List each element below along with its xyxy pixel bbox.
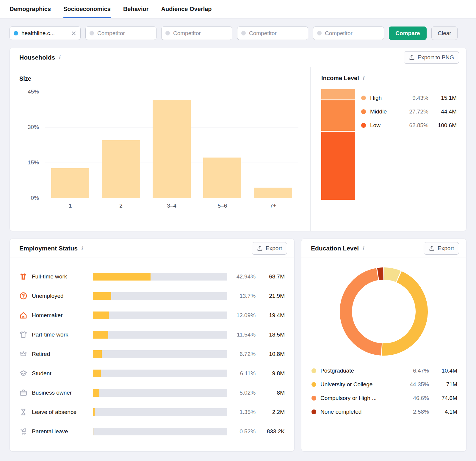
stroller-icon: [19, 427, 27, 435]
employment-percent: 5.02%: [227, 390, 256, 396]
employment-bar-fill: [93, 350, 102, 358]
competitor-chip-4[interactable]: [313, 27, 384, 40]
info-icon[interactable]: [81, 245, 83, 251]
income-level-section: Income Level High9.43%15.1MMiddle27.72%4…: [310, 67, 466, 231]
income-segment-middle[interactable]: [321, 99, 355, 130]
upload-icon: [257, 245, 263, 251]
legend-percent: 46.6%: [397, 395, 429, 401]
legend-row-middle: Middle27.72%44.4M: [361, 105, 457, 119]
employment-export-button[interactable]: Export: [252, 242, 287, 255]
competitor-dot: [241, 31, 246, 35]
legend-label: None completed: [320, 409, 397, 415]
employment-label: Leave of absence: [32, 409, 93, 415]
income-legend: High9.43%15.1MMiddle27.72%44.4MLow62.85%…: [361, 91, 457, 200]
upload-icon: [429, 245, 435, 251]
crown-icon: [19, 350, 27, 358]
employment-bar-fill: [93, 273, 151, 281]
education-export-button[interactable]: Export: [424, 242, 459, 255]
x-axis-label: 7+: [248, 203, 298, 209]
legend-value: 4.1M: [429, 409, 457, 415]
export-to-png-button[interactable]: Export to PNG: [404, 51, 459, 64]
legend-percent: 27.72%: [396, 108, 428, 115]
compare-button[interactable]: Compare: [389, 27, 427, 40]
employment-label: Business owner: [32, 390, 93, 396]
donut-segment-university-or-college[interactable]: [339, 267, 428, 356]
size-bar-7+[interactable]: [254, 188, 292, 198]
employment-bar-track[interactable]: [93, 292, 227, 300]
employment-label: Parental leave: [32, 428, 93, 435]
home-icon: [19, 311, 27, 319]
competitor-input[interactable]: [97, 30, 152, 37]
employment-label: Full-time work: [32, 273, 93, 280]
legend-row-compulsory-or-high-: Compulsory or High ...46.6%74.6M: [311, 391, 457, 405]
info-icon[interactable]: [362, 245, 364, 251]
legend-dot: [311, 368, 316, 373]
close-icon[interactable]: [71, 31, 76, 36]
x-axis-label: 2: [95, 203, 146, 209]
question-circle-icon: [19, 292, 27, 300]
legend-dot: [311, 382, 316, 387]
employment-percent: 6.11%: [227, 370, 256, 377]
competitor-input[interactable]: [325, 30, 380, 37]
bar-slot: [45, 92, 95, 198]
info-icon[interactable]: [362, 75, 364, 81]
size-bar-3–4[interactable]: [153, 100, 191, 198]
competitor-chip-2[interactable]: [161, 27, 232, 40]
employment-row: Part-time work11.54%18.5M: [19, 325, 285, 344]
tshirt-icon: [19, 331, 27, 339]
employment-label: Part-time work: [32, 331, 93, 338]
legend-percent: 9.43%: [396, 95, 428, 101]
legend-dot: [361, 109, 366, 114]
legend-percent: 2.58%: [397, 409, 429, 415]
tab-audience-overlap[interactable]: Audience Overlap: [161, 0, 212, 18]
size-bar-5–6[interactable]: [203, 158, 241, 198]
tab-behavior[interactable]: Behavior: [123, 0, 149, 18]
employment-value: 10.8M: [256, 351, 285, 357]
income-segment-high[interactable]: [321, 89, 355, 99]
employment-bar-track[interactable]: [93, 428, 227, 435]
competitor-input[interactable]: [249, 30, 304, 37]
employment-value: 21.9M: [256, 293, 285, 299]
tab-socioeconomics[interactable]: Socioeconomics: [63, 0, 111, 18]
legend-label: Compulsory or High ...: [320, 395, 397, 401]
legend-value: 74.6M: [429, 395, 457, 401]
size-bar-2[interactable]: [102, 140, 140, 198]
legend-row-low: Low62.85%100.6M: [361, 119, 457, 132]
tab-demographics[interactable]: Demographics: [10, 0, 51, 18]
employment-row: Parental leave0.52%833.2K: [19, 422, 285, 441]
main-domain-chip[interactable]: healthline.c...: [10, 27, 81, 40]
employment-bar-track[interactable]: [93, 331, 227, 339]
bar-slot: [95, 92, 146, 198]
employment-bar-track[interactable]: [93, 350, 227, 358]
employment-bar-fill: [93, 292, 111, 300]
size-bar-1[interactable]: [51, 168, 89, 198]
competitor-input[interactable]: [173, 30, 228, 37]
legend-row-postgraduate: Postgraduate6.47%10.4M: [311, 364, 457, 378]
hourglass-icon: [19, 408, 27, 416]
employment-label: Student: [32, 370, 93, 377]
clear-button[interactable]: Clear: [431, 27, 458, 40]
legend-value: 44.4M: [428, 108, 457, 115]
competitor-chip-1[interactable]: [85, 27, 156, 40]
employment-bar-fill: [93, 370, 101, 377]
info-icon[interactable]: [58, 54, 60, 60]
employment-bar-track[interactable]: [93, 389, 227, 397]
bar-slot: [197, 92, 248, 198]
income-stacked-bar: [321, 89, 355, 200]
income-segment-low[interactable]: [321, 131, 355, 200]
employment-title: Employment Status: [19, 245, 78, 252]
competitor-dot: [90, 31, 94, 35]
legend-value: 71M: [429, 381, 457, 388]
y-axis-tick: 30%: [19, 124, 39, 130]
compare-filter-bar: healthline.c... Compare Clear: [10, 27, 466, 40]
employment-bar-track[interactable]: [93, 312, 227, 319]
upload-icon: [409, 54, 415, 60]
employment-bar-track[interactable]: [93, 273, 227, 281]
employment-bar-track[interactable]: [93, 370, 227, 377]
size-chart-title: Size: [19, 75, 298, 82]
competitor-chip-3[interactable]: [237, 27, 308, 40]
legend-label: University or College: [320, 381, 397, 388]
employment-percent: 1.35%: [227, 409, 256, 415]
employment-percent: 12.09%: [227, 312, 256, 319]
employment-bar-track[interactable]: [93, 408, 227, 416]
